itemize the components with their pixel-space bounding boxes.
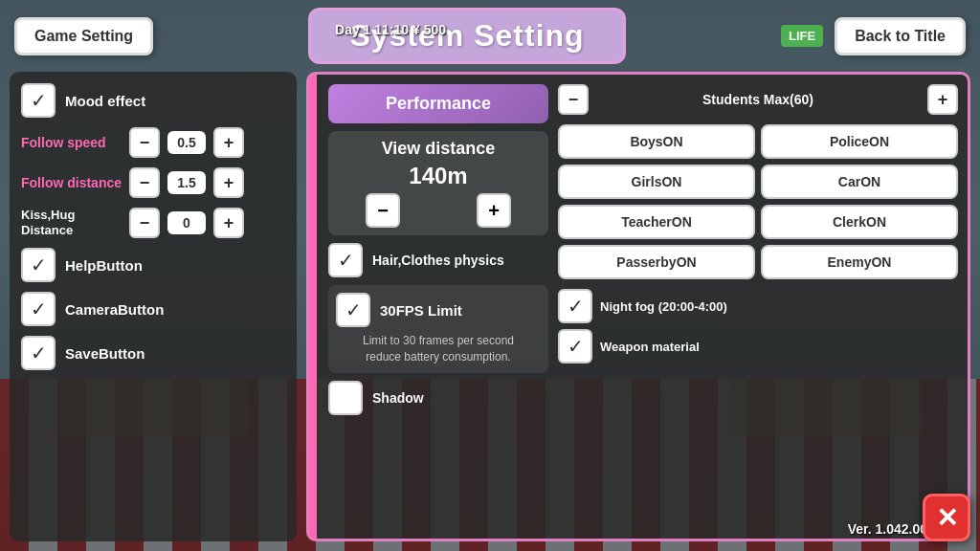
follow-distance-minus[interactable]: − — [129, 167, 160, 198]
life-badge: LIFE — [781, 25, 823, 47]
bottom-checks: ✓ Night fog (20:00-4:00) ✓ Weapon materi… — [558, 289, 958, 364]
fps-row: ✓ 30FPS Limit — [336, 293, 541, 327]
kiss-hug-value: 0 — [167, 211, 206, 234]
save-button-row: ✓ SaveButton — [21, 336, 285, 370]
shadow-label: Shadow — [372, 390, 424, 406]
fps-box: ✓ 30FPS Limit Limit to 30 frames per sec… — [328, 285, 548, 373]
kiss-hug-label: Kiss,HugDistance — [21, 208, 122, 237]
fps-checkbox[interactable]: ✓ — [336, 293, 370, 327]
middle-col: Performance View distance 140m − + ✓ Hai… — [319, 84, 548, 529]
far-right-col: − Students Max(60) + BoysON PoliceON Gir… — [558, 84, 958, 529]
girls-on-button[interactable]: GirlsON — [558, 165, 755, 199]
view-distance-minus[interactable]: − — [366, 193, 400, 228]
weapon-material-label: Weapon material — [600, 340, 700, 354]
police-on-button[interactable]: PoliceON — [761, 124, 958, 159]
save-button-checkbox[interactable]: ✓ — [21, 336, 56, 370]
right-section: Performance View distance 140m − + ✓ Hai… — [306, 72, 970, 541]
hair-clothes-row: ✓ Hair,Clothes physics — [328, 243, 548, 277]
weapon-material-checkbox[interactable]: ✓ — [558, 329, 592, 364]
night-fog-checkbox[interactable]: ✓ — [558, 289, 592, 323]
view-distance-plus[interactable]: + — [477, 193, 511, 228]
close-button[interactable]: ✕ — [923, 494, 970, 541]
follow-speed-minus[interactable]: − — [129, 127, 160, 158]
view-distance-header: View distance — [382, 139, 496, 159]
shadow-row: Shadow — [328, 381, 548, 415]
camera-button-label: CameraButton — [65, 301, 164, 318]
weapon-material-row: ✓ Weapon material — [558, 329, 958, 364]
help-button-label: HelpButton — [65, 257, 143, 274]
view-distance-box: View distance 140m − + — [328, 131, 548, 235]
mood-effect-label: Mood effect — [65, 93, 145, 109]
mood-effect-checkbox[interactable]: ✓ — [21, 83, 56, 118]
follow-distance-row: Follow distance − 1.5 + — [21, 167, 285, 198]
fps-label: 30FPS Limit — [380, 302, 462, 319]
pink-bar — [309, 75, 317, 539]
hud-right: LIFE Back to Title — [781, 17, 966, 55]
view-distance-value: 140m — [409, 163, 467, 189]
students-minus[interactable]: − — [558, 84, 589, 115]
follow-speed-row: Follow speed − 0.5 + — [21, 127, 285, 158]
fps-description: Limit to 30 frames per secondreduce batt… — [336, 333, 541, 365]
performance-button[interactable]: Performance — [328, 84, 548, 123]
top-hud: Game Setting Day 1 11:10 ¥ 500 System Se… — [0, 0, 980, 72]
view-distance-controls: − + — [366, 193, 511, 228]
night-fog-label: Night fog (20:00-4:00) — [600, 299, 727, 314]
kiss-hug-distance-row: Kiss,HugDistance − 0 + — [21, 208, 285, 238]
students-plus[interactable]: + — [927, 84, 958, 115]
boys-on-button[interactable]: BoysON — [558, 124, 755, 159]
version-text: Ver. 1.042.00 — [848, 521, 927, 537]
help-button-row: ✓ HelpButton — [21, 248, 285, 282]
mood-effect-row: ✓ Mood effect — [21, 83, 285, 118]
camera-button-checkbox[interactable]: ✓ — [21, 292, 56, 326]
car-on-button[interactable]: CarON — [761, 165, 958, 199]
follow-distance-plus[interactable]: + — [213, 167, 244, 198]
kiss-hug-minus[interactable]: − — [129, 208, 160, 238]
shadow-checkbox[interactable] — [328, 381, 363, 415]
follow-speed-plus[interactable]: + — [213, 127, 244, 158]
follow-distance-value: 1.5 — [167, 171, 206, 194]
follow-distance-label: Follow distance — [21, 175, 122, 190]
enemy-on-button[interactable]: EnemyON — [761, 245, 958, 279]
hair-clothes-checkbox[interactable]: ✓ — [328, 243, 363, 277]
hair-clothes-label: Hair,Clothes physics — [372, 253, 504, 268]
teacher-on-button[interactable]: TeacherON — [558, 205, 755, 239]
clerk-on-button[interactable]: ClerkON — [761, 205, 958, 239]
back-to-title-button[interactable]: Back to Title — [835, 17, 966, 55]
camera-button-row: ✓ CameraButton — [21, 292, 285, 326]
main-panel: ✓ Mood effect Follow speed − 0.5 + Follo… — [10, 72, 970, 541]
follow-speed-label: Follow speed — [21, 135, 122, 150]
day-hud: Day 1 11:10 ¥ 500 — [335, 22, 446, 37]
students-max-row: − Students Max(60) + — [558, 84, 958, 115]
left-panel: ✓ Mood effect Follow speed − 0.5 + Follo… — [10, 72, 297, 541]
game-setting-button[interactable]: Game Setting — [14, 17, 153, 55]
follow-speed-value: 0.5 — [167, 131, 206, 154]
spawn-grid: BoysON PoliceON GirlsON CarON TeacherON … — [558, 124, 958, 279]
passerby-on-button[interactable]: PasserbyON — [558, 245, 755, 279]
kiss-hug-plus[interactable]: + — [213, 208, 244, 238]
students-max-label: Students Max(60) — [596, 92, 920, 107]
help-button-checkbox[interactable]: ✓ — [21, 248, 56, 282]
save-button-label: SaveButton — [65, 345, 145, 362]
night-fog-row: ✓ Night fog (20:00-4:00) — [558, 289, 958, 323]
